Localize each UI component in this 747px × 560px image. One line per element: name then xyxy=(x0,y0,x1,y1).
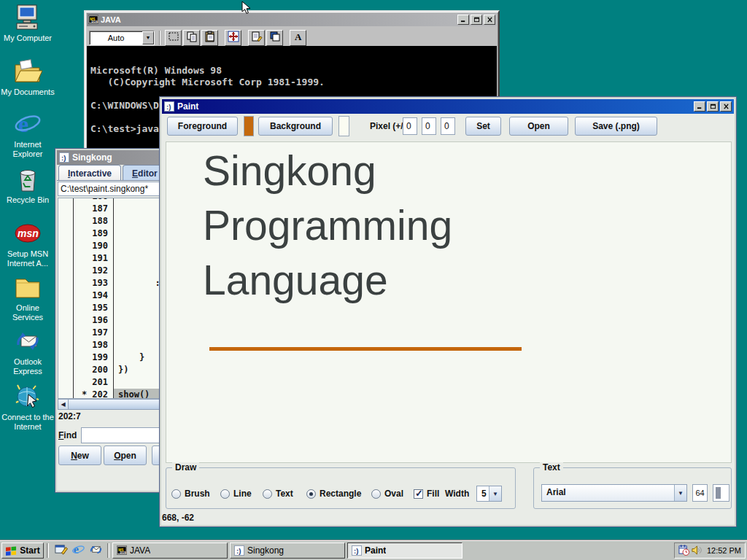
line-number: 199 xyxy=(73,351,114,364)
line-number: 187 xyxy=(73,203,114,215)
desktop-icon-internet-explorer[interactable]: eInternetExplorer xyxy=(0,109,55,159)
desktop-icon-connect-to-the-internet[interactable]: Connect to theInternet xyxy=(0,382,55,432)
copy-icon xyxy=(186,31,198,45)
background-icon xyxy=(269,31,281,45)
new-button[interactable]: New xyxy=(58,446,101,465)
dos-font-select[interactable]: Auto ▼ xyxy=(89,31,155,45)
smiley-icon: :) xyxy=(352,545,362,556)
desktop-icon-setup-msn-internet-a[interactable]: msnSetup MSNInternet A... xyxy=(0,219,55,268)
line-number: 192 xyxy=(73,265,114,277)
task-button-paint[interactable]: :)Paint xyxy=(347,542,462,559)
quick-launch-show-desktop[interactable] xyxy=(52,542,69,559)
svg-text::): :) xyxy=(166,103,171,111)
recycle-icon[interactable] xyxy=(13,165,42,194)
line-number: 191 xyxy=(73,252,114,265)
maximize-button[interactable] xyxy=(471,15,482,25)
paint-window[interactable]: :) Paint Foreground Background Pixel (+/… xyxy=(159,96,737,527)
java-titlebar[interactable]: MSDOS JAVA xyxy=(87,13,497,26)
marquee-select-button[interactable] xyxy=(165,30,182,46)
msn-icon[interactable]: msn xyxy=(13,219,42,248)
fill-checkbox[interactable]: Fill xyxy=(414,486,439,502)
tool-radio-line[interactable]: Line xyxy=(220,486,252,502)
radio-icon[interactable] xyxy=(306,489,316,499)
tool-radio-text[interactable]: Text xyxy=(263,486,293,502)
width-label: Width xyxy=(445,486,469,502)
open-button[interactable]: Open xyxy=(104,446,147,465)
radio-icon[interactable] xyxy=(220,489,230,499)
width-select[interactable]: 5 ▼ xyxy=(476,486,502,502)
mouse-cursor-icon xyxy=(241,1,251,18)
font-size-field[interactable] xyxy=(692,484,708,502)
desktop-icon-recycle-bin[interactable]: Recycle Bin xyxy=(0,165,55,205)
computer-icon[interactable] xyxy=(13,3,42,32)
scroll-left-icon[interactable]: ◀ xyxy=(58,399,69,410)
start-button[interactable]: Start xyxy=(1,542,44,559)
chevron-down-icon[interactable]: ▼ xyxy=(674,485,686,501)
foreground-color-swatch[interactable] xyxy=(244,116,254,136)
radio-icon[interactable] xyxy=(171,489,181,499)
close-button[interactable] xyxy=(720,101,732,112)
tool-radio-brush[interactable]: Brush xyxy=(171,486,210,502)
font-select[interactable]: Arial ▼ xyxy=(541,484,687,502)
foreground-button[interactable]: Foreground xyxy=(167,117,238,136)
chevron-down-icon[interactable]: ▼ xyxy=(489,486,501,501)
copy-button[interactable] xyxy=(183,30,200,46)
radio-icon[interactable] xyxy=(263,489,272,499)
close-button[interactable] xyxy=(484,15,495,25)
svg-text:DOS: DOS xyxy=(91,20,98,23)
font-value: Arial xyxy=(542,485,674,501)
paint-canvas[interactable]: SingkongProgrammingLanguage xyxy=(166,141,732,463)
volume-icon[interactable] xyxy=(691,545,702,557)
connect-icon[interactable] xyxy=(13,382,42,411)
font-button[interactable]: A xyxy=(290,30,306,46)
quick-launch-internet-explorer[interactable]: e xyxy=(69,542,87,559)
minimize-button[interactable] xyxy=(457,15,469,25)
paste-button[interactable] xyxy=(201,30,218,46)
taskbar-separator xyxy=(107,543,109,558)
pixel-b-field[interactable] xyxy=(441,117,455,135)
paint-toolbar: Foreground Background Pixel (+/-) Set Op… xyxy=(160,116,736,136)
folder-icon[interactable] xyxy=(13,273,42,302)
save-png-button[interactable]: Save (.png) xyxy=(575,117,657,136)
windows-logo-icon xyxy=(5,545,18,556)
maximize-button[interactable] xyxy=(707,101,719,112)
outlook-icon[interactable] xyxy=(13,327,42,356)
tab-interactive[interactable]: Interactive xyxy=(58,165,121,181)
checkbox-icon[interactable] xyxy=(414,489,423,499)
task-button-singkong[interactable]: :)Singkong xyxy=(230,542,345,559)
paste-icon xyxy=(204,31,216,45)
documents-icon[interactable] xyxy=(13,57,42,86)
desktop[interactable]: My ComputerMy DocumentseInternetExplorer… xyxy=(0,0,747,560)
background-button[interactable] xyxy=(266,30,283,46)
set-button[interactable]: Set xyxy=(465,117,501,136)
text-cursor-field[interactable] xyxy=(713,484,729,502)
properties-icon xyxy=(251,31,263,45)
open-button[interactable]: Open xyxy=(509,117,568,136)
task-button-java[interactable]: MSDOSJAVA xyxy=(112,542,228,559)
scheduler-icon[interactable] xyxy=(678,545,689,557)
line-number: 194 xyxy=(73,289,114,302)
task-buttons: MSDOSJAVA:)Singkong:)Paint xyxy=(112,542,465,559)
svg-text:e: e xyxy=(18,111,28,137)
task-label: JAVA xyxy=(130,545,150,556)
tool-radio-oval[interactable]: Oval xyxy=(371,486,403,502)
ie-icon[interactable]: e xyxy=(13,109,42,139)
fullscreen-button[interactable] xyxy=(225,30,241,46)
pixel-g-field[interactable] xyxy=(422,117,436,135)
pixel-r-field[interactable] xyxy=(403,117,417,135)
desktop-icon-label: Setup MSNInternet A... xyxy=(0,249,55,268)
dos-font-value: Auto xyxy=(90,34,142,42)
quick-launch-outlook-express[interactable] xyxy=(87,542,104,559)
desktop-icon-my-documents[interactable]: My Documents xyxy=(0,57,55,97)
chevron-down-icon[interactable]: ▼ xyxy=(142,31,154,44)
paint-titlebar[interactable]: :) Paint xyxy=(162,99,734,114)
background-button[interactable]: Background xyxy=(258,117,333,136)
desktop-icon-my-computer[interactable]: My Computer xyxy=(0,3,55,43)
properties-button[interactable] xyxy=(248,30,265,46)
desktop-icon-outlook-express[interactable]: OutlookExpress xyxy=(0,327,55,376)
desktop-icon-online-services[interactable]: OnlineServices xyxy=(0,273,55,322)
minimize-button[interactable] xyxy=(694,101,705,112)
background-color-swatch[interactable] xyxy=(338,116,349,136)
tool-radio-rectangle[interactable]: Rectangle xyxy=(306,486,361,502)
radio-icon[interactable] xyxy=(371,489,381,499)
